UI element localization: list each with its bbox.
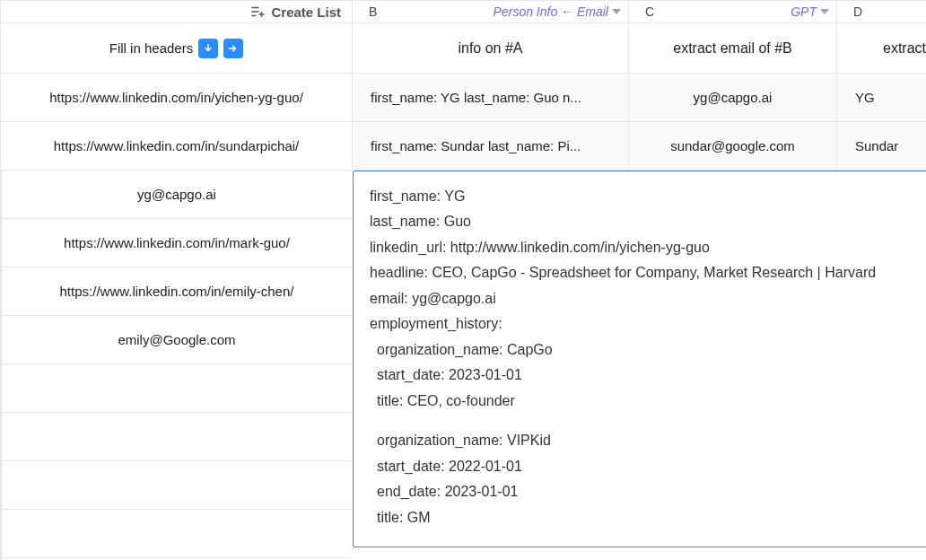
cell-A9[interactable] — [1, 461, 352, 510]
overlay-line: start_date: 2023-01-01 — [370, 363, 926, 388]
column-letter: D — [837, 4, 862, 19]
overlay-line: headline: CEO, CapGo - Spreadsheet for C… — [370, 260, 926, 285]
create-list-button[interactable]: Create List — [249, 4, 341, 20]
cell-A5[interactable]: https://www.linkedin.com/in/emily-chen/ — [1, 267, 352, 316]
column-type-label[interactable]: GPT — [791, 4, 836, 19]
overlay-line: linkedin_url: http://www.linkedin.com/in… — [370, 235, 926, 260]
overlay-line: start_date: 2022-01-01 — [370, 454, 926, 479]
overlay-spacer — [370, 414, 926, 428]
column-header-D[interactable]: D — [836, 0, 926, 23]
column-type-label[interactable]: Person Info ← Email — [494, 4, 628, 19]
column-letter: C — [629, 4, 654, 19]
fill-down-button[interactable] — [198, 39, 218, 58]
column-header-B[interactable]: B Person Info ← Email — [352, 0, 628, 23]
chevron-down-icon — [820, 9, 829, 14]
fill-headers-label: Fill in headers — [109, 40, 193, 56]
subhead-D[interactable]: extract — [836, 23, 926, 74]
toolbar-cell: Create List — [0, 0, 352, 23]
overlay-line: first_name: YG — [370, 184, 926, 209]
cell-A4[interactable]: https://www.linkedin.com/in/mark-guo/ — [1, 219, 352, 267]
cell-A7[interactable] — [1, 364, 352, 413]
subhead-C[interactable]: extract email of #B — [628, 23, 836, 74]
cell-D1[interactable]: YG — [836, 74, 926, 122]
column-letter: B — [353, 4, 377, 19]
cell-D2[interactable]: Sundar — [836, 122, 926, 171]
chevron-down-icon — [612, 9, 621, 14]
overlay-line: end_date: 2023-01-01 — [370, 479, 926, 504]
cell-A1[interactable]: https://www.linkedin.com/in/yichen-yg-gu… — [0, 74, 352, 122]
overlay-line: title: GM — [370, 505, 926, 530]
fill-right-button[interactable] — [223, 39, 243, 58]
cell-B2[interactable]: first_name: Sundar last_name: Pi... — [352, 122, 628, 171]
list-add-icon — [249, 4, 266, 20]
overlay-line: email: yg@capgo.ai — [370, 286, 926, 311]
overlay-line: organization_name: VIPKid — [370, 428, 926, 453]
overlay-line: last_name: Guo — [370, 209, 926, 234]
overlay-line: employment_history: — [370, 311, 926, 337]
cell-A10[interactable] — [1, 510, 352, 558]
cell-A3[interactable]: yg@capgo.ai — [1, 171, 352, 219]
overlay-line: organization_name: CapGo — [370, 337, 926, 363]
expanded-cell-B3[interactable]: first_name: YG last_name: Guo linkedin_u… — [353, 171, 926, 547]
column-header-C[interactable]: C GPT — [628, 0, 836, 23]
create-list-label: Create List — [271, 4, 341, 20]
cell-A6[interactable]: emily@Google.com — [1, 316, 352, 364]
fill-headers-cell: Fill in headers — [0, 23, 352, 74]
cell-C2[interactable]: sundar@google.com — [628, 122, 836, 171]
cell-B1[interactable]: first_name: YG last_name: Guo n... — [352, 74, 628, 122]
cell-C1[interactable]: yg@capgo.ai — [628, 74, 836, 122]
subhead-B[interactable]: info on #A — [352, 23, 628, 74]
cell-A8[interactable] — [1, 413, 352, 461]
cell-A2[interactable]: https://www.linkedin.com/in/sundarpichai… — [0, 122, 352, 171]
overlay-line: title: CEO, co-founder — [370, 389, 926, 414]
